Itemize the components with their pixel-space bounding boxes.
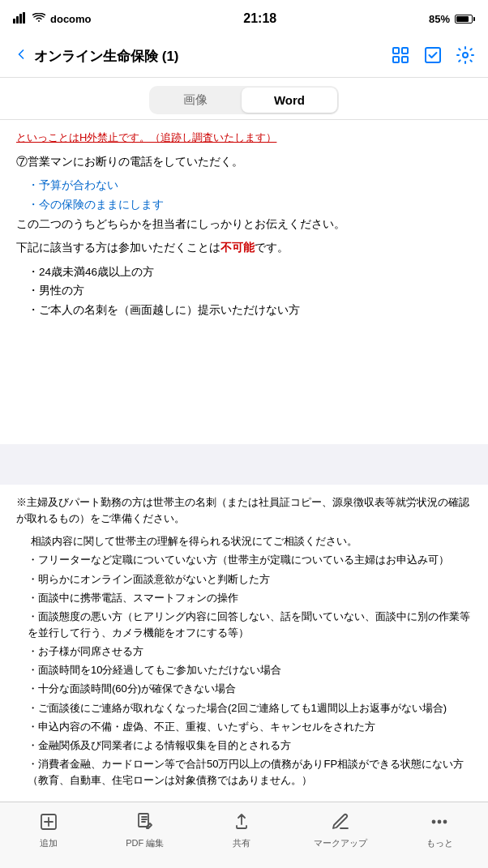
svg-point-16	[444, 820, 447, 823]
bottom-toolbar: 追加 PDF 編集 共有 マークアップ	[0, 802, 488, 868]
nav-left: オンライン生命保険 (1)	[13, 46, 391, 66]
settings-button[interactable]	[456, 45, 475, 67]
doc-rule2: ・男性の方	[16, 282, 472, 300]
toolbar-pdf-edit[interactable]: PDF 編集	[121, 812, 169, 849]
wifi-icon	[32, 13, 45, 25]
svg-rect-1	[16, 16, 19, 24]
tab-container: 画像 Word	[149, 86, 339, 114]
svg-rect-0	[13, 19, 15, 24]
svg-point-14	[433, 820, 435, 823]
doc-para3-end: です。	[255, 242, 289, 254]
svg-rect-5	[402, 48, 408, 53]
page-gap	[0, 444, 488, 485]
doc2-bullet2: ・明らかにオンライン面談意欲がないと判断した方	[16, 571, 472, 588]
doc2-bullet4: ・面談態度の悪い方（ヒアリング内容に回答しない、話を聞いていない、面談中に別の作…	[16, 609, 472, 641]
svg-point-15	[439, 820, 441, 823]
toolbar-markup[interactable]: マークアップ	[314, 812, 367, 849]
markup-icon	[331, 812, 350, 834]
doc-bullet1: ・予算が合わない	[16, 177, 472, 195]
share-icon	[232, 812, 251, 834]
doc2-line1: ※主婦及びパート勤務の方は世帯主の名刺（または社員証コピー、源泉徴収表等就労状況…	[16, 494, 472, 527]
doc2-bullet8: ・ご面談後にご連絡が取れなくなった場合(2回ご連絡しても1週間以上お返事がない場…	[16, 700, 472, 716]
doc2-bullet6: ・面談時間を10分経過してもご参加いただけない場合	[16, 662, 472, 678]
svg-rect-2	[19, 14, 22, 24]
check-button[interactable]	[423, 45, 443, 67]
doc-para3: 下記に該当する方は参加いただくことは不可能です。	[16, 239, 472, 257]
svg-point-9	[463, 53, 468, 58]
doc-para1: ⑦営業マンにお断りの電話をしていただく。	[16, 153, 472, 171]
doc-para3-red: 不可能	[220, 242, 255, 254]
signal-icon	[13, 12, 28, 26]
doc-para2: この二つのうちどちらかを担当者にしっかりとお伝えください。	[16, 216, 472, 233]
nav-bar: オンライン生命保険 (1)	[0, 36, 488, 78]
grid-view-button[interactable]	[391, 45, 410, 67]
more-icon	[430, 812, 449, 834]
nav-title: オンライン生命保険 (1)	[34, 47, 179, 66]
toolbar-markup-label: マークアップ	[314, 837, 367, 849]
doc2-bullet7: ・十分な面談時間(60分)が確保できない場合	[16, 681, 472, 697]
toolbar-share[interactable]: 共有	[217, 812, 266, 849]
battery-icon	[455, 15, 475, 24]
doc-note-red: といっことはH外禁止です。（追跡し調査いたします）	[16, 130, 472, 147]
document-section-1: といっことはH外禁止です。（追跡し調査いたします） ⑦営業マンにお断りの電話をし…	[0, 120, 488, 444]
svg-rect-7	[402, 57, 408, 62]
toolbar-more[interactable]: もっと	[415, 812, 464, 849]
add-icon	[39, 812, 58, 834]
doc-bullet2: ・今の保険のままにします	[16, 196, 472, 214]
svg-rect-8	[426, 48, 440, 62]
svg-rect-6	[393, 57, 399, 62]
status-left: docomo	[13, 12, 92, 26]
doc-rule3: ・ご本人の名刺を（画面越しに）提示いただけない方	[16, 301, 472, 319]
doc2-bullet9: ・申込内容の不備・虚偽、不正、重複、いたずら、キャンセルをされた方	[16, 719, 472, 735]
svg-rect-4	[393, 48, 399, 53]
doc-para3-text: 下記に該当する方は参加いただくことは	[16, 242, 220, 254]
nav-actions	[391, 45, 475, 67]
doc2-line2: 相談内容に関して世帯主の理解を得られる状況にてご相談ください。	[16, 533, 472, 549]
status-bar: docomo 21:18 85%	[0, 0, 488, 36]
tab-switcher: 画像 Word	[0, 78, 488, 120]
svg-rect-13	[139, 814, 148, 827]
toolbar-add-label: 追加	[40, 837, 58, 849]
svg-rect-3	[23, 12, 25, 24]
battery-percent: 85%	[429, 13, 450, 25]
toolbar-pdf-label: PDF 編集	[126, 837, 164, 849]
toolbar-more-label: もっと	[426, 837, 453, 849]
doc2-bullet11: ・消費者金融、カードローン等で合計50万円以上の債務がありFP相談ができる状態に…	[16, 756, 472, 789]
pdf-edit-icon	[135, 812, 155, 834]
toolbar-share-label: 共有	[233, 837, 250, 849]
carrier-label: docomo	[50, 13, 92, 25]
toolbar-add[interactable]: 追加	[24, 812, 73, 849]
status-time: 21:18	[243, 11, 276, 26]
tab-word[interactable]: Word	[242, 88, 337, 113]
doc2-bullet5: ・お子様が同席させる方	[16, 644, 472, 660]
document-section-2: ※主婦及びパート勤務の方は世帯主の名刺（または社員証コピー、源泉徴収表等就労状況…	[0, 485, 488, 807]
status-right: 85%	[429, 13, 475, 25]
back-button[interactable]	[13, 46, 29, 66]
doc2-bullet1: ・フリーターなど定職についていない方（世帯主が定職についている主婦はお申込み可）	[16, 552, 472, 568]
doc2-bullet3: ・面談中に携帯電話、スマートフォンの操作	[16, 590, 472, 606]
tab-image[interactable]: 画像	[151, 88, 240, 113]
doc2-bullet10: ・金融関係及び同業者による情報収集を目的とされる方	[16, 738, 472, 754]
doc-rule1: ・24歳未満46歳以上の方	[16, 263, 472, 281]
